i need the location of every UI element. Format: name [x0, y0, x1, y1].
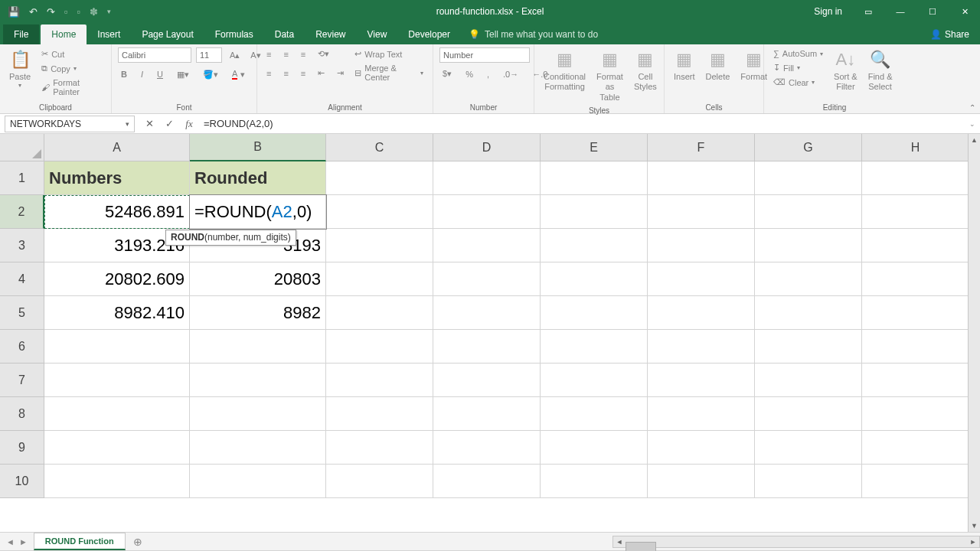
cell-D8[interactable]	[433, 397, 541, 431]
comma-format-icon[interactable]: ,	[484, 68, 492, 80]
sort-filter-button[interactable]: A↓Sort & Filter	[831, 47, 861, 94]
column-header-F[interactable]: F	[648, 134, 755, 161]
italic-button[interactable]: I	[138, 68, 146, 80]
cell-F4[interactable]	[648, 262, 755, 296]
cell-F5[interactable]	[648, 296, 755, 330]
cell-E1[interactable]	[541, 161, 648, 195]
add-sheet-button[interactable]: ⊕	[126, 536, 150, 548]
accounting-format-icon[interactable]: $▾	[439, 67, 455, 80]
cell-H1[interactable]	[862, 161, 969, 195]
sheet-nav-next-icon[interactable]: ►	[19, 537, 28, 546]
column-header-A[interactable]: A	[44, 134, 190, 161]
font-name-combo[interactable]	[118, 47, 191, 63]
cell-G6[interactable]	[755, 330, 862, 364]
cell-D3[interactable]	[433, 229, 541, 262]
orientation-icon[interactable]: ⟲▾	[315, 47, 332, 60]
cell-G5[interactable]	[755, 296, 862, 330]
underline-button[interactable]: U	[154, 68, 166, 80]
row-header-10[interactable]: 10	[0, 465, 44, 498]
cell-F8[interactable]	[648, 397, 755, 431]
column-header-E[interactable]: E	[541, 134, 648, 161]
copy-button[interactable]: ⧉Copy▾	[38, 62, 105, 75]
tab-developer[interactable]: Developer	[397, 24, 461, 44]
tab-review[interactable]: Review	[305, 24, 356, 44]
qat-icon[interactable]: ✽	[90, 6, 98, 18]
bold-button[interactable]: B	[118, 68, 130, 80]
cell-B6[interactable]	[190, 330, 326, 364]
row-header-9[interactable]: 9	[0, 431, 44, 465]
row-header-7[interactable]: 7	[0, 364, 44, 397]
scroll-right-icon[interactable]: ►	[967, 538, 979, 546]
tab-insert[interactable]: Insert	[87, 24, 131, 44]
cell-H7[interactable]	[862, 364, 969, 397]
insert-function-icon[interactable]: fx	[179, 118, 199, 130]
decrease-indent-icon[interactable]: ⇤	[315, 67, 328, 80]
fill-color-button[interactable]: 🪣▾	[200, 68, 221, 81]
cell-A10[interactable]	[44, 465, 190, 498]
cut-button[interactable]: ✂Cut	[38, 47, 105, 60]
fill-button[interactable]: ↧Fill▾	[770, 61, 826, 74]
align-middle-icon[interactable]: ≡	[280, 48, 291, 60]
row-header-8[interactable]: 8	[0, 397, 44, 431]
cell-C9[interactable]	[326, 431, 433, 465]
cell-F2[interactable]	[648, 195, 755, 229]
cell-A7[interactable]	[44, 364, 190, 397]
row-header-1[interactable]: 1	[0, 161, 44, 195]
maximize-icon[interactable]: ☐	[917, 0, 948, 23]
cell-G8[interactable]	[755, 397, 862, 431]
cell-E3[interactable]	[541, 229, 648, 262]
cell-H4[interactable]	[862, 262, 969, 296]
cell-A5[interactable]: 8982.410	[44, 296, 190, 330]
column-header-G[interactable]: G	[755, 134, 862, 161]
cell-C2[interactable]	[326, 195, 433, 229]
row-header-5[interactable]: 5	[0, 296, 44, 330]
align-left-icon[interactable]: ≡	[263, 67, 274, 80]
cell-C5[interactable]	[326, 296, 433, 330]
find-select-button[interactable]: 🔍Find & Select	[865, 47, 896, 94]
cell-A6[interactable]	[44, 330, 190, 364]
align-bottom-icon[interactable]: ≡	[298, 48, 309, 60]
cell-C3[interactable]	[326, 229, 433, 262]
wrap-text-button[interactable]: ↩Wrap Text	[351, 47, 426, 60]
border-button[interactable]: ▦▾	[174, 68, 192, 81]
select-all-corner[interactable]	[0, 134, 44, 161]
increase-decimal-icon[interactable]: .0→	[500, 68, 521, 80]
qat-more-icon[interactable]: ▾	[107, 8, 111, 15]
cell-D4[interactable]	[433, 262, 541, 296]
chevron-down-icon[interactable]: ▾	[126, 120, 129, 128]
paste-button[interactable]: 📋Paste▾	[6, 47, 34, 91]
cell-D7[interactable]	[433, 364, 541, 397]
conditional-formatting-button[interactable]: ▦Conditional Formatting	[541, 47, 589, 94]
redo-icon[interactable]: ↷	[47, 6, 55, 18]
cell-C1[interactable]	[326, 161, 433, 195]
cell-G10[interactable]	[755, 465, 862, 498]
font-color-button[interactable]: A▾	[229, 67, 248, 81]
enter-formula-icon[interactable]: ✓	[159, 118, 179, 129]
column-header-D[interactable]: D	[433, 134, 541, 161]
cell-G2[interactable]	[755, 195, 862, 229]
tab-view[interactable]: View	[357, 24, 398, 44]
column-header-B[interactable]: B	[190, 134, 326, 161]
sheet-nav-prev-icon[interactable]: ◄	[6, 537, 15, 546]
save-icon[interactable]: 💾	[8, 6, 20, 18]
ribbon-display-icon[interactable]: ▭	[853, 0, 884, 23]
cell-B4[interactable]: 20803	[190, 262, 326, 296]
autosum-button[interactable]: ∑AutoSum▾	[770, 47, 826, 60]
cell-E8[interactable]	[541, 397, 648, 431]
font-size-combo[interactable]	[196, 47, 222, 63]
increase-indent-icon[interactable]: ⇥	[334, 67, 347, 80]
scroll-up-icon[interactable]: ▲	[969, 134, 980, 146]
cell-F6[interactable]	[648, 330, 755, 364]
cell-E10[interactable]	[541, 465, 648, 498]
increase-font-icon[interactable]: A▴	[227, 49, 243, 62]
scrollbar-thumb[interactable]	[626, 542, 656, 552]
row-header-3[interactable]: 3	[0, 229, 44, 262]
cell-D1[interactable]	[433, 161, 541, 195]
formula-input[interactable]: =ROUND(A2,0)	[199, 118, 965, 129]
cell-E4[interactable]	[541, 262, 648, 296]
align-top-icon[interactable]: ≡	[263, 48, 274, 60]
close-icon[interactable]: ✕	[949, 0, 980, 23]
cell-C7[interactable]	[326, 364, 433, 397]
cell-G7[interactable]	[755, 364, 862, 397]
collapse-ribbon-icon[interactable]: ⌃	[969, 103, 975, 112]
